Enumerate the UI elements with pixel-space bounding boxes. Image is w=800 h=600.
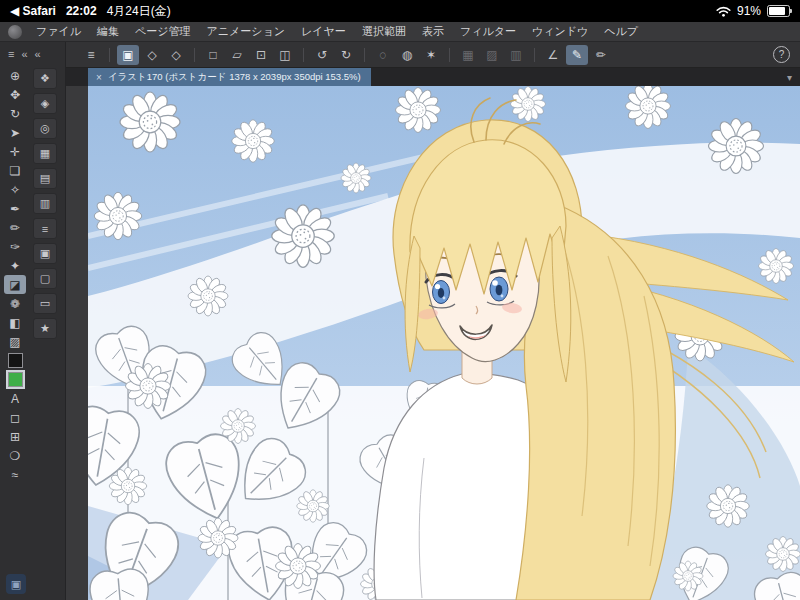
redo-icon[interactable]: ↻ [335,45,357,65]
open-file-icon[interactable]: ▱ [226,45,248,65]
battery-percent: 91% [737,4,761,18]
balloon-tool-icon[interactable]: ❍ [4,446,26,465]
clock: 22:02 [66,4,97,18]
collapse-left-icon[interactable]: « [21,48,27,60]
ipad-status-bar: ◀ Safari 22:02 4月24日(金) 91% [0,0,800,22]
collapse-diamond2-icon[interactable]: ◇ [165,45,187,65]
move-layer-tool-icon[interactable]: ✛ [4,142,26,161]
layer-property-palette-icon[interactable]: ≡ [33,218,57,239]
help-icon[interactable]: ? [773,46,790,63]
menu-filter[interactable]: フィルター [452,24,524,39]
material-palette-icon[interactable]: ★ [33,318,57,339]
menu-view[interactable]: 表示 [414,24,452,39]
color-slider-palette-icon[interactable]: ▤ [33,168,57,189]
object-tool-icon[interactable]: ▣ [117,45,139,65]
tool-property-palette-icon[interactable]: ◈ [33,93,57,114]
toolbar-separator [303,48,304,62]
reselect-icon[interactable]: ◍ [396,45,418,65]
blend-tool-icon[interactable]: ❁ [4,294,26,313]
main-menu-icon[interactable]: ≡ [80,45,102,65]
document-tab-title: イラスト170 (ポストカード 1378 x 2039px 350dpi 153… [108,71,361,84]
brush-tool-icon[interactable]: ✑ [4,237,26,256]
layer-folder-palette-icon[interactable]: ▢ [33,268,57,289]
frame-icon[interactable]: ▥ [505,45,527,65]
battery-icon [767,5,790,17]
hand-tool-icon[interactable]: ✥ [4,85,26,104]
palette-column: ❖ ◈ ◎ ▦ ▤ ▥ ≡ ▣ ▢ ▭ ★ [30,66,60,484]
pen-tool-icon[interactable]: ✒ [4,199,26,218]
snap-angle-icon[interactable]: ∠ [542,45,564,65]
color-wheel-palette-icon[interactable]: ◎ [33,118,57,139]
operation-tool-icon[interactable]: ➤ [4,123,26,142]
menu-animation[interactable]: アニメーション [199,24,294,39]
layer-palette-icon[interactable]: ▣ [33,243,57,264]
toolbar-separator [449,48,450,62]
collapse-diamond-icon[interactable]: ◇ [141,45,163,65]
menu-help[interactable]: ヘルプ [596,24,646,39]
menu-edit[interactable]: 編集 [89,24,127,39]
menu-window[interactable]: ウィンドウ [524,24,596,39]
menu-page-manage[interactable]: ページ管理 [127,24,199,39]
undo-icon[interactable]: ↺ [311,45,333,65]
color-set-palette-icon[interactable]: ▦ [33,143,57,164]
lock-icon[interactable]: ◫ [274,45,296,65]
zoom-tool-icon[interactable]: ⊕ [4,66,26,85]
foreground-color-chip[interactable] [8,353,23,368]
clip-studio-paint-window: ◀ Safari 22:02 4月24日(金) 91% ファイル 編集 ページ管… [0,0,800,600]
pen-toggle-icon[interactable]: ✎ [566,45,588,65]
navigator-palette-icon[interactable]: ▭ [33,293,57,314]
frame-border-tool-icon[interactable]: ⊞ [4,427,26,446]
eyedropper-tool-icon[interactable]: ✧ [4,180,26,199]
document-tab-bar: × イラスト170 (ポストカード 1378 x 2039px 350dpi 1… [66,68,800,86]
menu-selection[interactable]: 選択範囲 [354,24,414,39]
figure-tool-icon[interactable]: ◻ [4,408,26,427]
toolbar-separator [109,48,110,62]
command-toolbar: ≡ ▣ ◇ ◇ □ ▱ ⊡ ◫ ↺ ↻ ◌ ◍ ✶ ▦ ▨ ▥ ∠ ✎ ✏ ? [66,42,800,68]
menu-bar: ファイル 編集 ページ管理 アニメーション レイヤー 選択範囲 表示 フィルター… [0,22,800,42]
canvas-background [66,86,800,600]
mask-icon[interactable]: ▨ [481,45,503,65]
fill-tool-icon[interactable]: ◧ [4,313,26,332]
subtool-palette-icon[interactable]: ❖ [33,68,57,89]
gradient-tool-icon[interactable]: ▨ [4,332,26,351]
toolbar-separator [534,48,535,62]
document-tab[interactable]: × イラスト170 (ポストカード 1378 x 2039px 350dpi 1… [88,68,371,86]
menu-layer[interactable]: レイヤー [293,24,354,39]
stabilization-icon[interactable]: ✏ [590,45,612,65]
correction-tool-icon[interactable]: ≈ [4,465,26,484]
back-to-safari-link[interactable]: ◀ Safari [10,4,56,18]
deselect-icon[interactable]: ◌ [372,45,394,65]
timeline-palette-icon[interactable]: ▥ [33,193,57,214]
pencil-tool-icon[interactable]: ✏ [4,218,26,237]
clip-studio-logo-icon[interactable] [8,25,22,39]
close-tab-icon[interactable]: × [96,72,102,83]
collapse-left2-icon[interactable]: « [35,48,41,60]
menu-file[interactable]: ファイル [28,24,89,39]
current-color-chip[interactable] [8,372,23,387]
tool-column: ⊕ ✥ ↻ ➤ ✛ ❏ ✧ ✒ ✏ ✑ ✦ ◪ ❁ ◧ ▨ A ◻ ⊞ ❍ [0,66,30,484]
command-bar-toggle-icon[interactable]: ▣ [6,574,26,594]
chevron-down-icon[interactable]: ▾ [787,72,800,83]
illustration [88,86,800,600]
grid-icon[interactable]: ▦ [457,45,479,65]
toolbar-separator [364,48,365,62]
eraser-tool-icon[interactable]: ◪ [4,275,26,294]
date: 4月24日(金) [107,3,171,20]
sidebar-menu-icon[interactable]: ≡ [8,48,14,60]
save-file-icon[interactable]: ⊡ [250,45,272,65]
selection-tool-icon[interactable]: ❏ [4,161,26,180]
wifi-icon [716,6,731,17]
drawing-canvas[interactable] [88,86,800,600]
rotate-tool-icon[interactable]: ↻ [4,104,26,123]
airbrush-tool-icon[interactable]: ✦ [4,256,26,275]
text-tool-icon[interactable]: A [4,389,26,408]
toolbar-separator [194,48,195,62]
tool-sidebar: ≡ « « ⊕ ✥ ↻ ➤ ✛ ❏ ✧ ✒ ✏ ✑ ✦ ◪ ❁ ◧ ▨ [0,42,66,600]
magic-wand-icon[interactable]: ✶ [420,45,442,65]
new-canvas-icon[interactable]: □ [202,45,224,65]
